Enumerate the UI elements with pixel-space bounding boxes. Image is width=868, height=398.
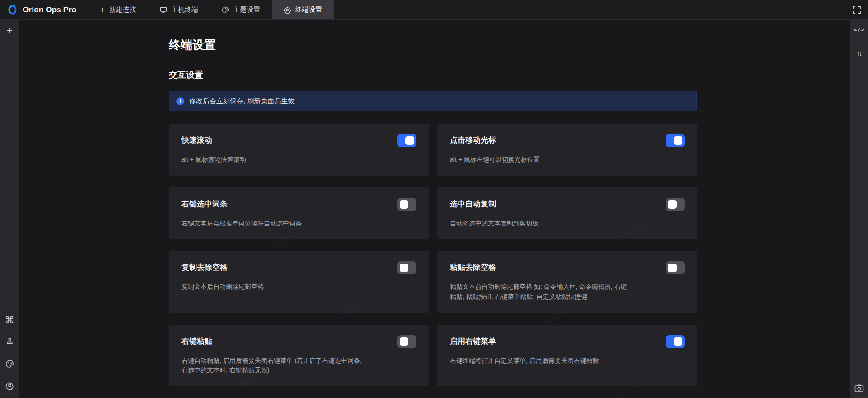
toggle-knob xyxy=(400,337,408,346)
plus-icon[interactable]: + xyxy=(6,25,13,36)
monitor-icon xyxy=(160,6,167,14)
setting-title: 右键粘贴 xyxy=(181,336,416,346)
setting-desc: alt + 鼠标左键可以切换光标位置 xyxy=(450,155,685,165)
page-title: 终端设置 xyxy=(169,37,697,53)
tab-terminal-settings[interactable]: 终端设置 xyxy=(272,0,334,19)
setting-title: 复制去除空格 xyxy=(181,262,416,273)
setting-desc: 右键文本后会根据单词分隔符自动选中词条 xyxy=(181,219,416,229)
code-icon[interactable]: </> xyxy=(854,26,864,33)
info-icon: i xyxy=(176,97,184,105)
setting-title: 快速滚动 xyxy=(181,135,416,145)
setting-card-click-move-cursor: 点击移动光标 alt + 鼠标左键可以切换光标位置 xyxy=(437,124,697,176)
setting-desc: 自动将选中的文本复制到剪切板 xyxy=(450,219,685,229)
setting-card-context-menu: 启用右键菜单 右键终端将打开自定义菜单, 启用后需要关闭右键粘贴 xyxy=(437,325,697,386)
command-icon[interactable]: ⌘ xyxy=(5,315,14,325)
setting-desc: 复制文本后自动删除尾部空格 xyxy=(181,282,416,292)
gear-icon[interactable] xyxy=(5,381,14,390)
palette-icon xyxy=(222,6,229,14)
setting-desc: 粘贴文本前自动删除尾部空格 如: 命令输入框, 命令编辑器, 右键粘贴, 粘贴按… xyxy=(450,282,685,302)
toggle-rclick-select-word[interactable] xyxy=(397,198,416,211)
plus-icon: + xyxy=(100,5,105,14)
notice-text: 修改后会立刻保存, 刷新页面后生效 xyxy=(189,97,295,105)
tab-label: 主机终端 xyxy=(171,5,198,14)
toggle-rclick-paste[interactable] xyxy=(397,335,416,348)
setting-card-paste-trim: 粘贴去除空格 粘贴文本前自动删除尾部空格 如: 命令输入框, 命令编辑器, 右键… xyxy=(437,251,697,312)
main-panel: admin admin admin admin admin admin admi… xyxy=(19,20,850,398)
brand[interactable]: Orion Ops Pro xyxy=(0,4,88,16)
toggle-knob xyxy=(400,264,408,272)
toggle-copy-trim[interactable] xyxy=(397,261,416,274)
setting-title: 选中自动复制 xyxy=(450,199,685,209)
toggle-click-move-cursor[interactable] xyxy=(666,134,685,147)
setting-desc: 右键终端将打开自定义菜单, 启用后需要关闭右键粘贴 xyxy=(450,356,685,366)
tab-label: 主题设置 xyxy=(233,5,260,14)
setting-card-copy-trim: 复制去除空格 复制文本后自动删除尾部空格 xyxy=(169,251,429,312)
toggle-context-menu[interactable] xyxy=(666,335,685,348)
setting-desc: alt + 鼠标滚轮快速滚动 xyxy=(181,155,416,165)
setting-desc: 右键自动粘贴, 启用后需要关闭右键菜单 (若开启了右键选中词条, 有选中的文本时… xyxy=(181,356,416,375)
setting-title: 启用右键菜单 xyxy=(450,336,685,346)
topbar-right xyxy=(852,5,868,14)
setting-title: 点击移动光标 xyxy=(450,135,685,145)
toggle-knob xyxy=(400,200,408,209)
settings-grid: 快速滚动 alt + 鼠标滚轮快速滚动 点击移动光标 alt + 鼠标左键可以切… xyxy=(169,124,697,398)
topbar: Orion Ops Pro + 新建连接 主机终端 主题设置 终端设置 xyxy=(0,0,868,20)
brand-name: Orion Ops Pro xyxy=(23,5,76,14)
setting-title: 粘贴去除空格 xyxy=(450,262,685,273)
toggle-knob xyxy=(668,200,677,209)
tab-host-terminal[interactable]: 主机终端 xyxy=(148,0,210,19)
toggle-knob xyxy=(674,136,682,145)
toggle-paste-trim[interactable] xyxy=(666,261,685,274)
screenshot-icon[interactable] xyxy=(854,384,864,393)
toggle-fast-scroll[interactable] xyxy=(397,134,416,147)
orion-logo-icon xyxy=(6,4,19,16)
notice-banner: i 修改后会立刻保存, 刷新页面后生效 xyxy=(169,91,697,111)
toggle-auto-copy-selection[interactable] xyxy=(666,198,685,211)
left-sidebar: + ⌘ xyxy=(0,20,19,398)
left-sidebar-bottom: ⌘ xyxy=(5,315,14,398)
tab-label: 新建连接 xyxy=(109,5,136,14)
section-title: 交互设置 xyxy=(169,69,697,81)
gear-icon xyxy=(284,6,291,14)
right-sidebar: </> ↑↓ xyxy=(850,20,868,398)
stamp-icon[interactable] xyxy=(5,338,14,346)
tab-label: 终端设置 xyxy=(295,5,322,14)
sort-vertical-icon[interactable]: ↑↓ xyxy=(857,49,861,57)
setting-card-fast-scroll: 快速滚动 alt + 鼠标滚轮快速滚动 xyxy=(169,124,429,176)
toggle-knob xyxy=(405,136,414,145)
palette-icon[interactable] xyxy=(5,360,14,368)
tab-new-connection[interactable]: + 新建连接 xyxy=(88,0,148,19)
setting-card-rclick-paste: 右键粘贴 右键自动粘贴, 启用后需要关闭右键菜单 (若开启了右键选中词条, 有选… xyxy=(169,325,429,386)
toggle-knob xyxy=(674,337,682,346)
setting-title: 右键选中词条 xyxy=(181,199,416,209)
toggle-knob xyxy=(668,264,677,272)
setting-card-auto-copy-selection: 选中自动复制 自动将选中的文本复制到剪切板 xyxy=(437,187,697,240)
topbar-tabs: + 新建连接 主机终端 主题设置 终端设置 xyxy=(88,0,334,19)
tab-theme-settings[interactable]: 主题设置 xyxy=(210,0,272,19)
fullscreen-icon[interactable] xyxy=(852,5,861,14)
setting-card-rclick-select-word: 右键选中词条 右键文本后会根据单词分隔符自动选中词条 xyxy=(169,187,429,240)
